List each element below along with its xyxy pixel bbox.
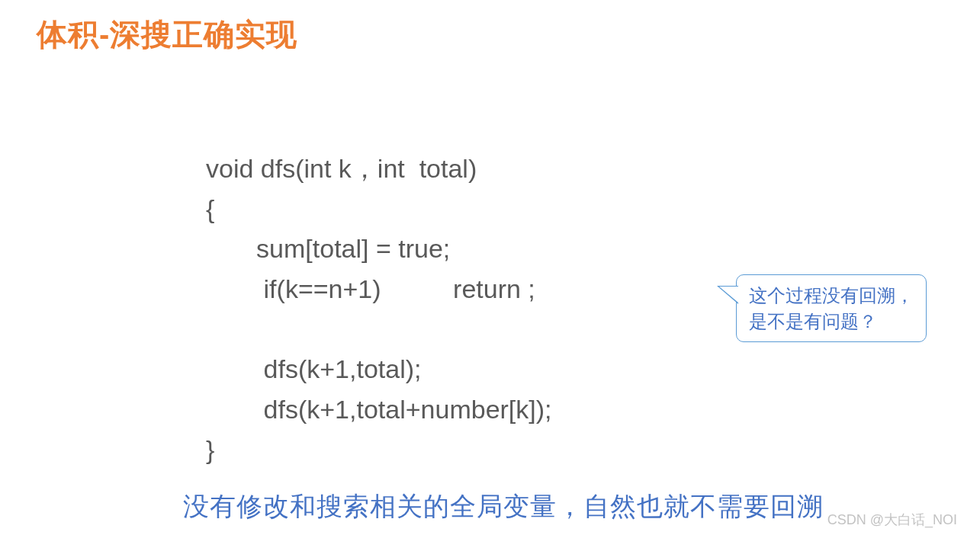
code-line: } bbox=[206, 435, 214, 464]
watermark: CSDN @大白话_NOI bbox=[827, 511, 957, 529]
code-line: dfs(k+1,total); bbox=[206, 354, 422, 383]
callout-line: 是不是有问题？ bbox=[749, 309, 914, 335]
callout-line: 这个过程没有回溯， bbox=[749, 283, 914, 309]
slide-title: 体积-深搜正确实现 bbox=[37, 14, 297, 56]
code-line: void dfs(int k，int total) bbox=[206, 154, 477, 183]
bottom-summary: 没有修改和搜索相关的全局变量，自然也就不需要回溯 bbox=[183, 489, 824, 524]
code-line: dfs(k+1,total+number[k]); bbox=[206, 395, 552, 424]
callout-container: 这个过程没有回溯， 是不是有问题？ bbox=[736, 274, 927, 342]
code-block: void dfs(int k，int total) { sum[total] =… bbox=[206, 149, 552, 470]
callout-box: 这个过程没有回溯， 是不是有问题？ bbox=[736, 274, 927, 342]
code-line: { bbox=[206, 194, 214, 223]
code-line: sum[total] = true; bbox=[206, 234, 450, 263]
code-line: if(k==n+1) return ; bbox=[206, 274, 535, 303]
